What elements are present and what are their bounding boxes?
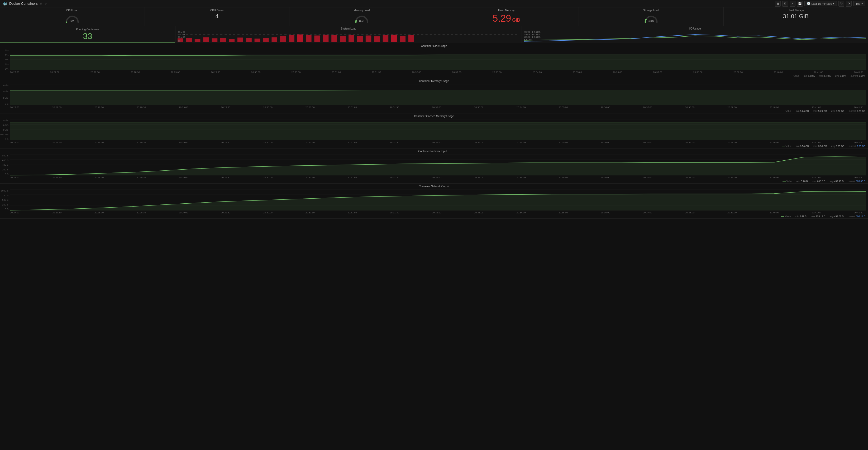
summary-row: Running Containers 33 System Load [0, 26, 868, 43]
svg-text:20 KiB: 20 KiB [524, 36, 541, 38]
time-range-selector[interactable]: 🕐 Last 15 minutes ▾ [804, 1, 837, 6]
svg-rect-5 [186, 38, 192, 42]
svg-rect-24 [348, 35, 354, 42]
settings-icon[interactable]: ⚙ [782, 1, 788, 7]
memory-usage-section: Container Memory Usage 6 GiB 4 GiB 2 GiB… [0, 78, 868, 114]
cpu-cores-value: 4 [215, 13, 218, 20]
cached-memory-title: Container Cached Memory Usage [0, 114, 868, 118]
svg-rect-27 [374, 36, 380, 42]
svg-marker-68 [10, 191, 866, 211]
used-memory-label: Used Memory [498, 9, 515, 12]
svg-text:0.2: 0.2 [178, 36, 185, 38]
y-label: 8% [0, 49, 8, 52]
svg-text:39 KiB: 39 KiB [524, 33, 541, 36]
svg-rect-15 [272, 37, 277, 42]
svg-text:15.0%: 15.0% [649, 20, 654, 22]
top-bar-left: 🐳 Docker Containers ☆ ⤢ [3, 2, 47, 6]
clock-icon: 🕐 [807, 2, 810, 5]
svg-rect-9 [220, 38, 226, 42]
used-memory-value: 5.29 [493, 13, 511, 24]
running-containers-panel: Running Containers 33 [0, 26, 176, 43]
page-title: Docker Containers [9, 2, 38, 5]
cpu-usage-title: Container CPU Usage [0, 43, 868, 48]
cached-memory-section: Container Cached Memory Usage 4 GiB 3 Gi… [0, 114, 868, 149]
chevron-down-icon: ▾ [833, 2, 835, 5]
svg-rect-30 [400, 36, 405, 42]
cpu-cores-panel: CPU Cores 4 [145, 7, 290, 26]
svg-text:0.4: 0.4 [178, 33, 185, 36]
svg-rect-23 [340, 36, 346, 42]
cpu-load-panel: CPU Load N/A [0, 7, 145, 26]
cpu-usage-chart [10, 49, 866, 70]
svg-rect-29 [391, 35, 397, 42]
running-bar [0, 42, 175, 43]
storage-load-gauge: 15.0% [643, 13, 659, 24]
svg-marker-45 [10, 55, 866, 70]
svg-marker-62 [10, 157, 866, 175]
svg-text:0: 0 [178, 40, 181, 42]
time-range-label: Last 15 minutes [811, 2, 832, 5]
cpu-usage-body: 8% 6% 4% 2% 0% 20:27:0020:27:3020:28:002… [0, 48, 868, 74]
svg-rect-21 [323, 35, 329, 42]
cpu-load-gauge: N/A [64, 13, 80, 24]
svg-rect-13 [255, 38, 260, 42]
io-usage-label: I/O Usage [689, 27, 701, 30]
svg-rect-11 [238, 37, 243, 42]
cached-x-axis: 20:27:0020:27:3020:28:0020:28:3020:29:00… [10, 141, 866, 144]
legend-line-mem: Value [782, 110, 792, 112]
memory-usage-chart [10, 84, 866, 105]
y-label: 2% [0, 63, 8, 66]
system-load-label: System Load [341, 27, 356, 30]
used-storage-label: Used Storage [788, 9, 804, 12]
chart-icon[interactable]: ▦ [775, 1, 781, 7]
network-input-body: 800 B 600 B 400 B 200 B 0 B 20:27:0020:2… [0, 153, 868, 180]
max-label: max 6.70% [819, 75, 831, 77]
share2-icon[interactable]: ↗ [789, 1, 796, 7]
svg-rect-20 [314, 36, 320, 42]
top-bar: 🐳 Docker Containers ☆ ⤢ ▦ ⚙ ↗ 💾 🕐 Last 1… [0, 0, 868, 7]
storage-load-label: Storage Load [643, 9, 659, 12]
cpu-usage-section: Container CPU Usage 8% 6% 4% 2% 0% [0, 43, 868, 78]
auto-refresh-icon[interactable]: ⟳ [846, 1, 851, 7]
system-load-panel: System Load [176, 26, 522, 43]
network-output-section: Container Network Output 1000 B 750 B 50… [0, 184, 868, 219]
cpu-load-label: CPU Load [66, 9, 79, 12]
svg-rect-26 [366, 36, 371, 42]
memory-usage-footer: Value min 5.24 GB max 5.29 GB avg 5.27 G… [0, 109, 868, 113]
svg-rect-16 [280, 36, 286, 42]
y-label: 0% [0, 67, 8, 70]
io-usage-panel: I/O Usage 99 KiB 39 KiB 20 KiB 0.5 [522, 26, 868, 43]
network-input-footer: Value min 5.76 B max 668.8 B avg 432.43 … [0, 180, 868, 183]
docker-icon: 🐳 [3, 2, 7, 6]
network-input-section: Container Network Input ... 800 B 600 B … [0, 149, 868, 184]
cpu-usage-footer: Value min 5.90% max 6.70% avg 6.94% curr… [0, 74, 868, 78]
legend-line: Value [789, 75, 799, 77]
avg-label: avg 6.94% [835, 75, 846, 77]
memory-load-panel: Memory Load 10.1% [289, 7, 434, 26]
network-output-chart [10, 189, 866, 211]
network-input-chart [10, 154, 866, 175]
y-label: 6% [0, 54, 8, 57]
network-output-footer: Value min 5.47 B max 925.19 B avg 432.02… [0, 215, 868, 218]
refresh-icon[interactable]: ↻ [838, 1, 844, 7]
memory-usage-title: Container Memory Usage [0, 78, 868, 83]
svg-rect-8 [212, 38, 218, 42]
svg-rect-25 [357, 36, 363, 42]
svg-text:N/A: N/A [70, 20, 74, 22]
chevron-down-icon2: ▾ [861, 2, 863, 5]
used-storage-value: 31.01 GiB [783, 13, 809, 20]
star-icon[interactable]: ☆ [40, 2, 42, 5]
system-load-chart: 0.6 0.4 0.2 0 [178, 31, 520, 42]
svg-text:0.5: 0.5 [524, 38, 532, 41]
running-containers-label: Running Containers [76, 28, 99, 31]
memory-x-axis: 20:27:0020:27:3020:28:0020:28:3020:29:00… [10, 106, 866, 109]
netinput-x-axis: 20:27:0020:27:3020:28:0020:28:3020:29:00… [10, 176, 866, 179]
y-label: 4% [0, 58, 8, 61]
share-icon[interactable]: ⤢ [44, 2, 47, 5]
svg-rect-22 [331, 35, 337, 42]
refresh-interval-label: 10s [856, 2, 860, 5]
refresh-interval[interactable]: 10s ▾ [853, 1, 865, 6]
save-icon[interactable]: 💾 [797, 1, 803, 7]
cpu-x-axis: 20:27:0020:27:3020:28:0020:28:3020:29:00… [10, 71, 866, 74]
svg-rect-28 [383, 35, 389, 42]
